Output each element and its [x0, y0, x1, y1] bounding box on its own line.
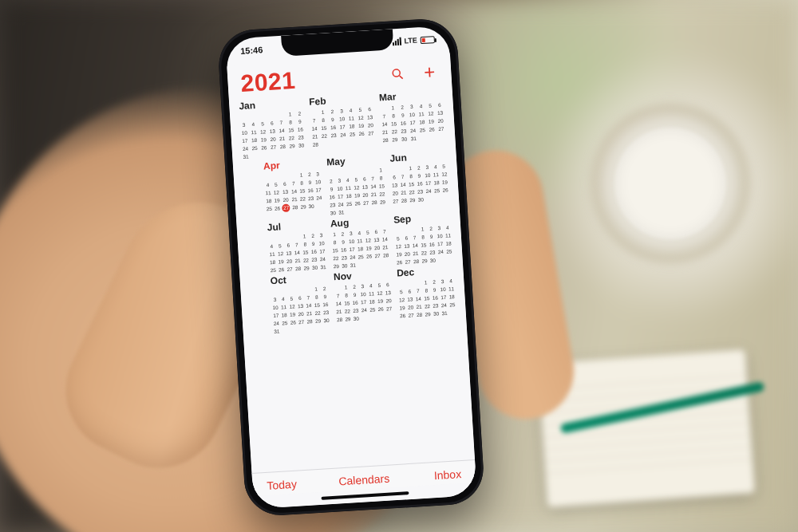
month-aug[interactable]: Aug1234567891011121314151617181920212223… — [330, 215, 390, 270]
year-grid[interactable]: Jan 123456789101112131415161718192021222… — [229, 88, 475, 473]
month-label: Aug — [330, 215, 388, 229]
calendars-button[interactable]: Calendars — [331, 471, 397, 488]
month-days: 1234567891011121314151617181920212223242… — [267, 231, 326, 274]
month-days: 1234567891011121314151617181920212223242… — [264, 170, 323, 212]
add-event-icon[interactable]: + — [421, 63, 439, 81]
month-jan[interactable]: Jan 123456789101112131415161718192021222… — [239, 97, 306, 160]
today-marker: 27 — [282, 203, 290, 212]
signal-icon — [392, 37, 401, 46]
month-days: 1234567891011121314151617181920212223242… — [271, 285, 330, 335]
month-label: Jun — [389, 149, 447, 164]
calendar-app: 2021 + Jan 12345678910111213141516171819… — [227, 53, 476, 509]
svg-point-0 — [393, 69, 401, 77]
month-days: 1234567891011121314151617181920212223242… — [327, 166, 387, 216]
month-label: Nov — [334, 268, 391, 282]
month-days: 1234567891011121314151617181920212223242… — [334, 281, 393, 323]
phone-screen: 15:46 LTE 2021 + Jan — [225, 26, 476, 509]
month-days: 1234567891011121314151617181920212223242… — [380, 101, 446, 144]
header-actions: + — [389, 63, 439, 84]
display-notch — [281, 29, 393, 56]
month-label: Apr — [263, 157, 321, 171]
iphone-device: 15:46 LTE 2021 + Jan — [217, 17, 486, 517]
month-oct[interactable]: Oct 123456789101112131415161718192021222… — [270, 272, 330, 335]
month-days: 1234567891011121314151617181920212223242… — [390, 162, 449, 204]
month-jul[interactable]: Jul 123456789101112131415161718192021222… — [267, 219, 326, 274]
month-label: May — [326, 153, 384, 167]
today-button[interactable]: Today — [267, 475, 332, 492]
inbox-button[interactable]: Inbox — [396, 467, 461, 484]
month-may[interactable]: May 123456789101112131415161718192021222… — [326, 153, 387, 216]
month-days: 1234567891011121314151617181920212223242… — [310, 105, 376, 148]
month-days: 1234567891011121314151617181920212223242… — [331, 227, 390, 270]
month-label: Sep — [393, 211, 451, 225]
month-mar[interactable]: Mar 123456789101112131415161718192021222… — [379, 89, 446, 152]
month-jun[interactable]: Jun 123456789101112131415161718192021222… — [389, 149, 450, 212]
month-days: 1234567891011121314151617181920212223242… — [394, 223, 453, 266]
month-days: 1234567891011121314151617181920212223242… — [397, 277, 456, 319]
photo-scene: 15:46 LTE 2021 + Jan — [0, 0, 798, 532]
svg-line-1 — [400, 76, 403, 79]
month-nov[interactable]: Nov 123456789101112131415161718192021222… — [334, 268, 394, 331]
month-feb[interactable]: Feb 123456789101112131415161718192021222… — [309, 93, 376, 156]
year-title[interactable]: 2021 — [240, 67, 297, 97]
month-label: Jul — [267, 219, 324, 233]
month-label: Dec — [397, 264, 454, 278]
month-label: Oct — [270, 272, 327, 286]
battery-icon — [420, 36, 435, 44]
month-dec[interactable]: Dec 123456789101112131415161718192021222… — [397, 264, 457, 327]
month-sep[interactable]: Sep 123456789101112131415161718192021222… — [393, 211, 453, 266]
status-time: 15:46 — [240, 45, 263, 56]
search-icon[interactable] — [389, 65, 407, 83]
month-days: 1234567891011121314151617181920212223242… — [239, 109, 306, 160]
status-right: LTE — [392, 35, 435, 45]
network-label: LTE — [404, 36, 417, 45]
clock-face — [614, 128, 726, 239]
month-apr[interactable]: Apr 123456789101112131415161718192021222… — [263, 157, 324, 220]
